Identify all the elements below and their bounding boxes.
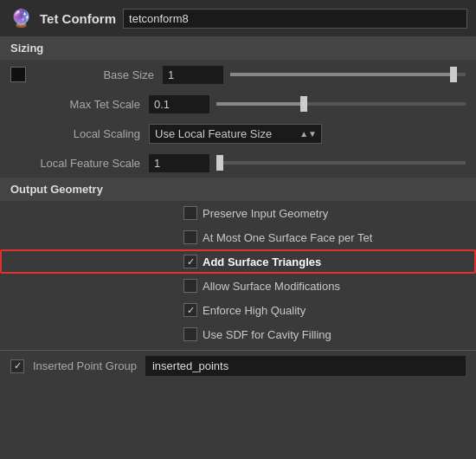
- inserted-point-group-checkbox[interactable]: [10, 359, 24, 373]
- enforce-high-quality-label: Enforce High Quality: [203, 304, 306, 317]
- local-feature-scale-row: Local Feature Scale: [0, 148, 476, 178]
- max-tet-scale-row: Max Tet Scale: [0, 89, 476, 119]
- use-sdf-label: Use SDF for Cavity Filling: [203, 328, 331, 341]
- local-scaling-select-wrapper: Use Local Feature Size Uniform ▲▼: [149, 124, 322, 144]
- inserted-point-group-label: Inserted Point Group: [33, 359, 137, 372]
- add-surface-triangles-label: Add Surface Triangles: [203, 255, 321, 268]
- app-icon: 🔮: [9, 6, 33, 30]
- base-size-input[interactable]: [163, 66, 223, 84]
- use-sdf-checkbox[interactable]: [183, 327, 197, 341]
- enforce-high-quality-checkbox[interactable]: [183, 303, 197, 317]
- allow-surface-mods-checkbox[interactable]: [183, 279, 197, 293]
- preserve-input-label: Preserve Input Geometry: [203, 207, 328, 220]
- inserted-point-group-input[interactable]: [145, 356, 466, 376]
- base-size-swatch[interactable]: [10, 67, 26, 82]
- at-most-one-label: At Most One Surface Face per Tet: [203, 231, 372, 244]
- sizing-section-header: Sizing: [0, 36, 476, 60]
- local-feature-scale-label: Local Feature Scale: [10, 157, 140, 170]
- allow-surface-mods-label: Allow Surface Modifications: [203, 280, 340, 293]
- allow-surface-mods-row: Allow Surface Modifications: [0, 274, 476, 298]
- enforce-high-quality-row: Enforce High Quality: [0, 298, 476, 322]
- local-scaling-select[interactable]: Use Local Feature Size Uniform: [149, 124, 322, 144]
- local-scaling-label: Local Scaling: [10, 127, 140, 140]
- app-title: Tet Conform: [40, 11, 116, 26]
- use-sdf-row: Use SDF for Cavity Filling: [0, 322, 476, 346]
- max-tet-scale-input[interactable]: [149, 95, 209, 113]
- bottom-row: Inserted Point Group: [0, 350, 476, 381]
- base-size-row: Base Size: [0, 60, 476, 89]
- sizing-section: Sizing Base Size Max Tet Scale Local Sca…: [0, 36, 476, 178]
- preserve-input-checkbox[interactable]: [183, 206, 197, 220]
- add-surface-triangles-row: Add Surface Triangles: [0, 249, 476, 274]
- output-section: Output Geometry Preserve Input Geometry …: [0, 178, 476, 346]
- output-section-header: Output Geometry: [0, 178, 476, 201]
- preserve-input-row: Preserve Input Geometry: [0, 201, 476, 225]
- local-feature-scale-slider[interactable]: [216, 161, 466, 165]
- header: 🔮 Tet Conform: [0, 0, 476, 36]
- add-surface-triangles-checkbox[interactable]: [183, 255, 197, 268]
- at-most-one-checkbox[interactable]: [183, 230, 197, 244]
- at-most-one-row: At Most One Surface Face per Tet: [0, 225, 476, 249]
- local-scaling-row: Local Scaling Use Local Feature Size Uni…: [0, 119, 476, 148]
- base-size-slider[interactable]: [230, 73, 466, 76]
- local-feature-scale-input[interactable]: [149, 154, 209, 172]
- max-tet-scale-label: Max Tet Scale: [10, 98, 140, 111]
- max-tet-scale-slider[interactable]: [216, 102, 466, 106]
- base-size-label: Base Size: [33, 68, 154, 81]
- name-input[interactable]: [123, 9, 467, 29]
